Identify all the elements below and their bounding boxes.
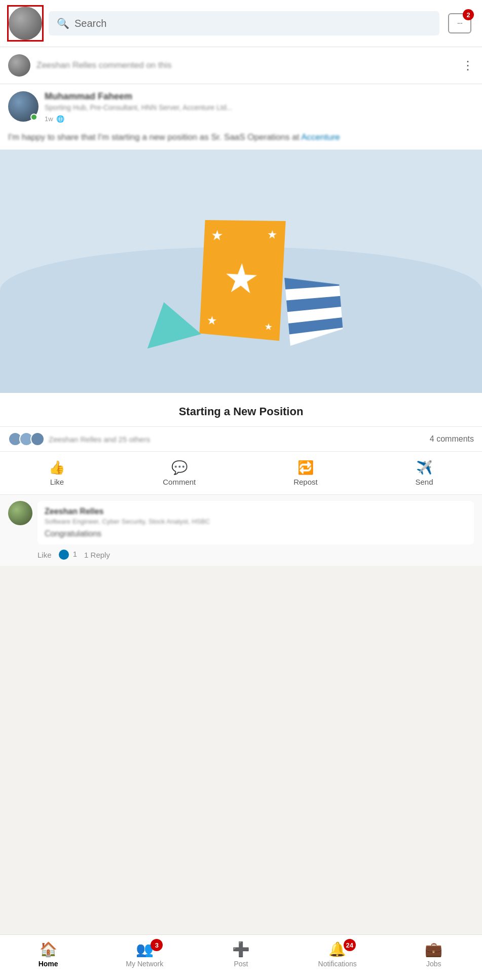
nav-notifications-label: Notifications bbox=[318, 960, 357, 968]
nav-my-network-label: My Network bbox=[126, 960, 163, 968]
post-image: ★ ★ ★ ★ ★ bbox=[0, 150, 482, 393]
repost-button[interactable]: 🔁 Repost bbox=[285, 457, 326, 489]
post-author-meta: Sporting Hub, Pre-Consultant, HNN Server… bbox=[45, 103, 474, 113]
comment-text: Congratulations bbox=[45, 529, 467, 538]
post-time: 1w bbox=[45, 115, 53, 123]
comment-like-button[interactable]: Like bbox=[38, 551, 52, 559]
comment-reply-button[interactable]: 1 Reply bbox=[84, 551, 110, 559]
more-options-button[interactable]: ⋮ bbox=[462, 58, 474, 72]
search-bar[interactable]: 🔍 Search bbox=[49, 11, 439, 35]
comment-author-avatar[interactable] bbox=[8, 501, 32, 525]
nav-post[interactable]: ➕ Post bbox=[215, 941, 266, 968]
reactions-left: Zeeshan Relles and 25 others bbox=[8, 432, 150, 446]
star-icon-tr: ★ bbox=[267, 228, 278, 242]
reaction-dot-icon bbox=[59, 550, 69, 560]
notification-avatar bbox=[8, 54, 30, 77]
comments-count[interactable]: 4 comments bbox=[430, 434, 474, 444]
send-button[interactable]: ✈️ Send bbox=[407, 457, 441, 489]
blue-stripes bbox=[284, 275, 344, 346]
search-icon: 🔍 bbox=[57, 17, 69, 29]
action-bar: 👍 Like 💬 Comment 🔁 Repost ✈️ Send bbox=[0, 451, 482, 495]
notifications-badge: 24 bbox=[344, 939, 356, 951]
post-icon: ➕ bbox=[232, 941, 250, 958]
post-caption: Starting a New Position bbox=[0, 393, 482, 426]
post-author-name[interactable]: Muhammad Faheem bbox=[45, 91, 474, 102]
comment-author-role: Software Engineer, Cyber Security, Stock… bbox=[45, 517, 467, 526]
comment-section: Zeeshan Relles Software Engineer, Cyber … bbox=[0, 495, 482, 566]
comment-item: Zeeshan Relles Software Engineer, Cyber … bbox=[8, 501, 474, 545]
comment-reaction: 1 bbox=[59, 550, 78, 560]
comment-button[interactable]: 💬 Comment bbox=[155, 457, 204, 489]
search-placeholder: Search bbox=[75, 18, 106, 29]
messaging-button[interactable]: 2 bbox=[444, 8, 475, 39]
nav-jobs[interactable]: 💼 Jobs bbox=[409, 941, 459, 968]
nav-post-label: Post bbox=[234, 960, 248, 968]
post-author-info: Muhammad Faheem Sporting Hub, Pre-Consul… bbox=[45, 91, 474, 123]
star-icon-main: ★ bbox=[222, 258, 260, 301]
comment-bubble: Zeeshan Relles Software Engineer, Cyber … bbox=[38, 501, 474, 545]
app-header: 🔍 Search 2 bbox=[0, 0, 482, 47]
globe-icon: 🌐 bbox=[56, 115, 64, 123]
my-network-badge: 3 bbox=[151, 939, 163, 951]
home-icon: 🏠 bbox=[40, 941, 57, 958]
reactions-names[interactable]: Zeeshan Relles and 25 others bbox=[49, 435, 150, 444]
send-icon: ✈️ bbox=[416, 460, 432, 476]
post-body-text: I'm happy to share that I'm starting a n… bbox=[0, 127, 482, 150]
post-body-main: I'm happy to share that I'm starting a n… bbox=[8, 132, 299, 142]
profile-avatar[interactable] bbox=[7, 5, 44, 42]
bottom-nav: 🏠 Home 👥 3 My Network ➕ Post 🔔 24 Notifi… bbox=[0, 934, 482, 980]
send-label: Send bbox=[416, 478, 433, 486]
comment-actions: Like 1 1 Reply bbox=[8, 550, 474, 560]
online-indicator bbox=[30, 114, 38, 121]
teal-triangle bbox=[137, 295, 201, 349]
notification-strip: Zeeshan Relles commented on this ⋮ bbox=[0, 47, 482, 84]
post-author-avatar-wrap bbox=[8, 91, 39, 122]
nav-home[interactable]: 🏠 Home bbox=[23, 941, 73, 968]
jobs-icon: 💼 bbox=[425, 941, 442, 958]
comment-icon: 💬 bbox=[171, 460, 188, 476]
nav-home-label: Home bbox=[39, 960, 58, 968]
reaction-avatars bbox=[8, 432, 42, 446]
messaging-badge: 2 bbox=[463, 9, 474, 20]
reactions-row: Zeeshan Relles and 25 others 4 comments bbox=[0, 426, 482, 451]
post-time-row: 1w 🌐 bbox=[45, 115, 474, 123]
nav-notifications[interactable]: 🔔 24 Notifications bbox=[312, 941, 363, 968]
star-icon-bl: ★ bbox=[206, 313, 217, 328]
reaction-count: 1 bbox=[73, 550, 77, 558]
nav-my-network[interactable]: 👥 3 My Network bbox=[119, 941, 170, 968]
star-icon-tl: ★ bbox=[210, 227, 224, 244]
nav-jobs-label: Jobs bbox=[426, 960, 441, 968]
star-icon-br: ★ bbox=[264, 321, 273, 333]
comment-label: Comment bbox=[163, 478, 196, 486]
bottom-spacer bbox=[0, 570, 482, 631]
comment-author-name[interactable]: Zeeshan Relles bbox=[45, 507, 467, 516]
celebration-graphic: ★ ★ ★ ★ ★ bbox=[140, 221, 343, 352]
like-icon: 👍 bbox=[49, 460, 65, 476]
post-body-highlight[interactable]: Accenture bbox=[301, 132, 340, 142]
repost-icon: 🔁 bbox=[298, 460, 314, 476]
like-label: Like bbox=[50, 478, 64, 486]
like-button[interactable]: 👍 Like bbox=[41, 457, 73, 489]
post-card: Zeeshan Relles commented on this ⋮ Muham… bbox=[0, 47, 482, 566]
orange-card: ★ ★ ★ ★ ★ bbox=[199, 220, 285, 341]
notification-text: Zeeshan Relles commented on this bbox=[36, 60, 456, 70]
reactor-avatar-3 bbox=[30, 432, 45, 446]
repost-label: Repost bbox=[293, 478, 318, 486]
post-header: Muhammad Faheem Sporting Hub, Pre-Consul… bbox=[0, 84, 482, 127]
